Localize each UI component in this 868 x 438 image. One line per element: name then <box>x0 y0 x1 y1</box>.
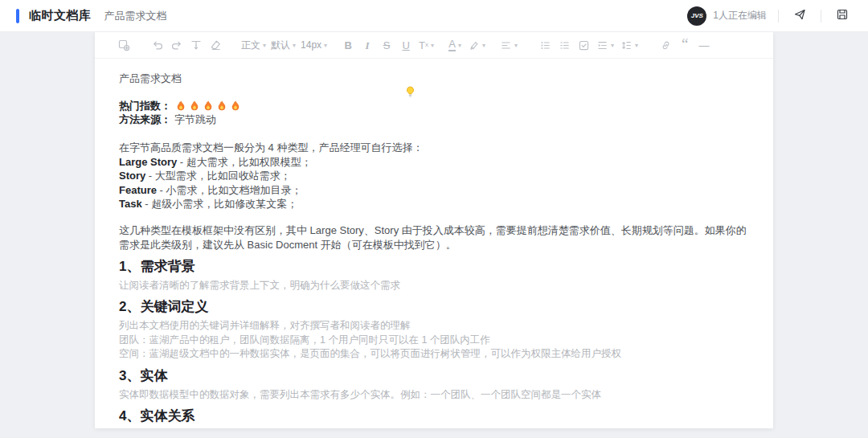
superscript-dropdown[interactable]: Tx <box>417 36 436 54</box>
section-line[interactable]: 空间：蓝湖超级文档中的一种数据实体，是页面的集合，可以将页面进行树状管理，可以作… <box>119 347 749 362</box>
bold-button[interactable]: B <box>340 36 356 54</box>
format-painter-icon <box>190 39 203 51</box>
editor-content[interactable]: 产品需求文档 热门指数： <box>95 59 773 428</box>
meta-block: 热门指数： 方法来源： 字节跳动 <box>119 99 749 127</box>
hot-index-row[interactable]: 热门指数： <box>119 99 749 113</box>
link-icon <box>660 39 672 51</box>
section-heading[interactable]: 3、实体 <box>119 367 749 385</box>
section-heading[interactable]: 2、关键词定义 <box>119 298 749 316</box>
workspace-title[interactable]: 临时文档库 <box>29 8 92 23</box>
redo-button[interactable] <box>169 36 185 54</box>
source-label: 方法来源： <box>119 113 171 127</box>
share-button[interactable] <box>790 6 809 26</box>
doc-body-title[interactable]: 产品需求文档 <box>119 72 749 86</box>
insert-card-icon <box>117 39 130 51</box>
clear-format-button[interactable] <box>207 36 223 54</box>
fire-emoji-icon <box>203 100 213 112</box>
section-line[interactable]: 实体即数据模型中的数据对象，需要列出本需求有多少个实体。例如：一个团队、一个团队… <box>119 388 749 403</box>
hot-index-label: 热门指数： <box>119 99 171 113</box>
font-size-dropdown[interactable]: 14px <box>301 39 327 51</box>
fire-emojis <box>176 100 244 112</box>
align-dropdown[interactable] <box>498 36 519 54</box>
eraser-icon <box>209 39 222 51</box>
font-color-dropdown[interactable]: A <box>447 36 463 54</box>
note-paragraph[interactable]: 这几种类型在模板框架中没有区别，其中 Large Story、Story 由于投… <box>119 223 749 252</box>
type-row[interactable]: Task - 超级小需求，比如修改某文案； <box>119 197 749 211</box>
divider <box>778 10 779 23</box>
line-spacing-icon <box>620 39 633 51</box>
section-keyword-definition: 2、关键词定义 列出本文档使用的关键词并详细解释，对齐撰写者和阅读者的理解 团队… <box>119 298 749 362</box>
editing-status: 1人正在编辑 <box>713 9 767 23</box>
fire-emoji-icon <box>217 100 227 112</box>
indent-dropdown[interactable] <box>595 36 616 54</box>
fire-emoji-icon <box>231 100 240 112</box>
fire-emoji-icon <box>190 100 199 112</box>
intro-paragraph[interactable]: 在字节高品质需求文档一般分为 4 种类型，产品经理可自行选择： <box>119 141 749 155</box>
type-row[interactable]: Large Story - 超大需求，比如权限模型； <box>119 155 749 170</box>
breadcrumb-doc-title[interactable]: 产品需求文档 <box>104 9 167 23</box>
divider <box>821 10 821 23</box>
font-family-dropdown[interactable]: 默认 <box>271 39 296 52</box>
format-painter-button[interactable] <box>188 36 204 54</box>
italic-button[interactable]: I <box>359 36 375 54</box>
bullet-list-button[interactable] <box>537 36 553 54</box>
checkbox-icon <box>578 39 590 51</box>
indent-icon <box>596 39 608 51</box>
workspace-accent-bar <box>16 9 19 23</box>
task-list-button[interactable] <box>575 36 592 54</box>
bullet-list-icon <box>539 39 551 51</box>
section-line[interactable]: 列出本文档使用的关键词并详细解释，对齐撰写者和阅读者的理解 <box>119 319 749 334</box>
quote-button[interactable]: “ <box>677 36 693 54</box>
section-line[interactable]: 团队：蓝湖产品中的租户，团队间数据隔离，1 个用户同时只可以在 1 个团队内工作 <box>119 334 749 348</box>
undo-button[interactable] <box>149 36 166 54</box>
editor-toolbar: 正文 默认 14px B I S U Tx A <box>95 32 773 59</box>
source-row[interactable]: 方法来源： 字节跳动 <box>119 113 749 128</box>
topbar-right: JVS 1人正在编辑 <box>687 6 852 26</box>
font-color-icon: A <box>448 39 456 51</box>
underline-button[interactable]: U <box>398 36 414 54</box>
fire-emoji-icon <box>176 100 186 112</box>
redo-icon <box>170 39 183 51</box>
ordered-list-icon <box>559 39 571 51</box>
type-list: Large Story - 超大需求，比如权限模型； Story - 大型需求，… <box>119 155 749 211</box>
section-heading[interactable]: 1、需求背景 <box>119 258 749 276</box>
type-row[interactable]: Story - 大型需求，比如回收站需求； <box>119 169 749 183</box>
divider-icon: — <box>699 39 710 51</box>
link-button[interactable] <box>657 36 674 54</box>
undo-icon <box>151 39 164 51</box>
paper-plane-icon <box>793 8 806 24</box>
strikethrough-button[interactable]: S <box>379 36 395 54</box>
top-bar: 临时文档库 产品需求文档 JVS 1人正在编辑 <box>0 0 868 32</box>
source-value: 字节跳动 <box>174 113 216 127</box>
line-spacing-dropdown[interactable] <box>619 36 640 54</box>
save-button[interactable] <box>833 6 852 26</box>
quote-icon: “ <box>682 41 688 49</box>
document-page: 正文 默认 14px B I S U Tx A <box>95 32 773 428</box>
section-entity: 3、实体 实体即数据模型中的数据对象，需要列出本需求有多少个实体。例如：一个团队… <box>119 367 749 403</box>
paragraph-style-dropdown[interactable]: 正文 <box>241 39 266 52</box>
lightbulb-icon <box>405 86 416 101</box>
avatar[interactable]: JVS <box>687 6 706 26</box>
ordered-list-button[interactable] <box>556 36 572 54</box>
section-line[interactable]: 让阅读者清晰的了解需求背景上下文，明确为什么要做这个需求 <box>119 279 749 293</box>
save-icon <box>836 8 849 24</box>
section-requirement-background: 1、需求背景 让阅读者清晰的了解需求背景上下文，明确为什么要做这个需求 <box>119 258 749 293</box>
highlight-color-dropdown[interactable] <box>466 36 487 54</box>
section-entity-relationship: 4、实体关系 用来表现数据对象与数据对象之间的关系，即实体与实体间的关系，我们通… <box>119 407 749 428</box>
highlighter-icon <box>468 39 480 51</box>
horizontal-rule-button[interactable]: — <box>696 36 712 54</box>
insert-card-button[interactable] <box>116 36 132 54</box>
align-left-icon <box>500 39 512 51</box>
section-heading[interactable]: 4、实体关系 <box>119 407 749 425</box>
type-row[interactable]: Feature - 小需求，比如文档增加目录； <box>119 183 749 198</box>
